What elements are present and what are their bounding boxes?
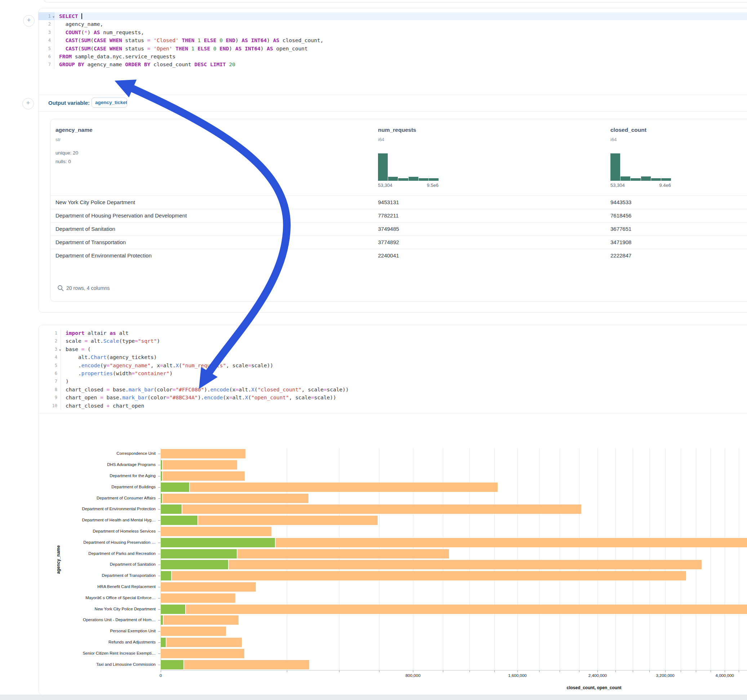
add-cell-button-output[interactable]: + xyxy=(22,98,34,109)
table-footer: 20 rows, 4 columns xyxy=(50,284,747,293)
code-line[interactable]: 4 CAST(SUM(CASE WHEN status = 'Closed' T… xyxy=(39,36,747,44)
code-line[interactable]: 4 alt.Chart(agency_tickets) xyxy=(39,353,747,361)
chart-x-axis-line xyxy=(161,670,747,670)
gridline xyxy=(470,448,470,670)
code-line[interactable]: 7) xyxy=(39,377,747,385)
python-code-editor[interactable]: 1import altair as alt2scale = alt.Scale(… xyxy=(39,325,747,410)
cell-closed-count: 9443533 xyxy=(611,199,631,205)
histogram-bar xyxy=(620,177,630,181)
line-number: 10 xyxy=(39,402,61,410)
gridline xyxy=(413,448,413,670)
output-variable-pill[interactable]: agency_tickets xyxy=(92,98,127,108)
output-variable-strip: Output variable: agency_tickets xyxy=(39,95,747,112)
add-cell-button-top[interactable]: + xyxy=(23,15,35,27)
gridline xyxy=(579,448,579,670)
code-line[interactable]: 8chart_closed = base.mark_bar(color="#FF… xyxy=(39,386,747,394)
code-line[interactable]: 1import altair as alt xyxy=(39,329,747,337)
open-count-bar xyxy=(161,494,163,503)
previous-cell-bottom-edge xyxy=(43,0,747,3)
line-number: 8 xyxy=(39,386,61,394)
code-line[interactable]: 9chart_open = base.mark_bar(color="#8BC3… xyxy=(39,394,747,401)
table-row[interactable]: Department of Transportation377489234719… xyxy=(50,235,747,249)
closed-count-bar xyxy=(161,494,308,503)
line-number: 6 xyxy=(39,370,61,377)
gridline xyxy=(665,448,665,670)
cell-closed-count: 3471908 xyxy=(611,239,631,245)
y-axis-tick xyxy=(158,465,160,465)
histogram-bar xyxy=(641,177,651,181)
y-axis-tick xyxy=(158,509,160,510)
code-line[interactable]: 10chart_closed + chart_open xyxy=(39,402,747,410)
sql-code-editor[interactable]: 1▼SELECT 2 agency_name,3 COUNT(*) AS num… xyxy=(39,8,747,69)
open-count-bar xyxy=(161,616,163,625)
table-row[interactable]: Department of Housing Preservation and D… xyxy=(50,209,747,223)
y-axis-tick xyxy=(158,643,160,643)
text-cursor xyxy=(82,13,82,19)
gridline xyxy=(681,448,681,670)
line-number: 1 xyxy=(39,329,61,337)
x-axis-tick xyxy=(161,670,161,672)
y-axis-tick xyxy=(158,554,160,554)
line-number: 3 xyxy=(39,29,54,36)
x-axis-tick xyxy=(579,670,579,672)
y-axis-tick xyxy=(158,587,160,587)
y-axis-tick xyxy=(158,564,160,565)
open-count-bar xyxy=(161,471,163,481)
x-axis-tick xyxy=(494,670,495,672)
code-line[interactable]: 3 COUNT(*) AS num_requests, xyxy=(39,29,747,36)
code-line[interactable]: 5 CAST(SUM(CASE WHEN status = 'Open' THE… xyxy=(39,45,747,53)
code-line[interactable]: 6 .properties(width="container") xyxy=(39,370,747,377)
code-line[interactable]: 3▼base = ( xyxy=(39,345,747,353)
closed-count-bar xyxy=(161,593,235,603)
chart-plot-area xyxy=(161,448,747,670)
python-cell: 1import altair as alt2scale = alt.Scale(… xyxy=(38,325,747,695)
gridline xyxy=(597,448,598,670)
cell-num-requests: 3749485 xyxy=(378,226,399,232)
x-axis-tick xyxy=(470,670,470,672)
open-count-bar xyxy=(161,571,172,581)
x-axis-tick xyxy=(711,670,711,672)
gridline xyxy=(649,448,650,670)
line-number: 1▼ xyxy=(39,12,54,20)
line-number: 6 xyxy=(39,53,54,60)
open-count-bar xyxy=(161,605,186,614)
closed-count-bar xyxy=(161,483,497,492)
code-line[interactable]: 1▼SELECT xyxy=(39,12,747,20)
open-count-bar xyxy=(161,538,276,547)
gridline xyxy=(615,448,616,670)
gridline xyxy=(379,448,380,670)
closed-count-bar xyxy=(161,449,245,459)
x-axis-tick xyxy=(649,670,650,672)
table-row[interactable]: New York City Police Department945313194… xyxy=(50,196,747,209)
y-axis-tick xyxy=(158,631,160,632)
code-line[interactable]: 5 .encode(y="agency_name", x=alt.X("num_… xyxy=(39,362,747,370)
cell-closed-count: 3677651 xyxy=(611,226,631,232)
table-row[interactable]: Department of Sanitation37494853677651 xyxy=(50,222,747,236)
search-icon[interactable] xyxy=(57,284,64,292)
y-axis-tick xyxy=(158,454,160,454)
x-axis-label: 0 xyxy=(160,673,162,678)
code-line[interactable]: 2scale = alt.Scale(type="sqrt") xyxy=(39,337,747,345)
line-number: 5 xyxy=(39,362,61,370)
closed-count-bar xyxy=(161,571,686,581)
closed-count-bar xyxy=(161,638,242,647)
x-axis-tick xyxy=(681,670,681,672)
cell-agency-name: Department of Housing Preservation and D… xyxy=(56,213,187,219)
x-axis-tick xyxy=(597,670,598,672)
table-row[interactable]: Department of Environmental Protection22… xyxy=(50,249,747,262)
x-axis-label: 800,000 xyxy=(405,673,420,678)
code-line[interactable]: 7GROUP BY agency_name ORDER BY closed_co… xyxy=(39,60,747,68)
line-number: 9 xyxy=(39,394,61,401)
code-line[interactable]: 2 agency_name, xyxy=(39,20,747,28)
open-count-bar xyxy=(161,549,237,558)
line-number: 7 xyxy=(39,60,54,68)
cell-closed-count: 2222847 xyxy=(611,252,631,258)
open-count-bar xyxy=(161,460,163,469)
gridline xyxy=(559,448,560,670)
code-line[interactable]: 6FROM sample_data.nyc.service_requests xyxy=(39,53,747,60)
dataframe-preview-table: agency_name str unique: 20 nulls: 0 num_… xyxy=(50,119,747,302)
histogram-bar xyxy=(611,153,620,181)
x-axis-tick xyxy=(739,670,739,672)
x-axis-tick xyxy=(287,670,287,672)
closed-count-bar xyxy=(161,560,702,569)
